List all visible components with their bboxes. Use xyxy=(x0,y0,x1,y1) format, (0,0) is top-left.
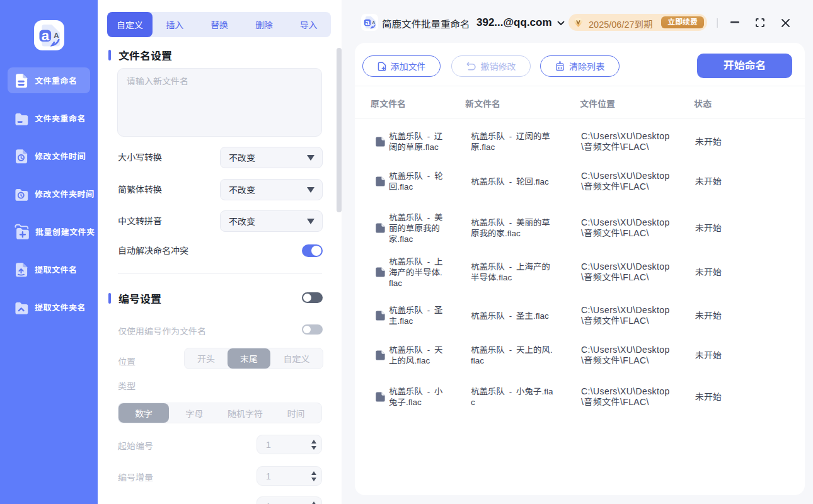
svg-text:A: A xyxy=(372,20,376,25)
svg-text:a: a xyxy=(366,18,370,27)
svg-text:a: a xyxy=(42,28,50,43)
svg-text:A: A xyxy=(54,32,59,39)
